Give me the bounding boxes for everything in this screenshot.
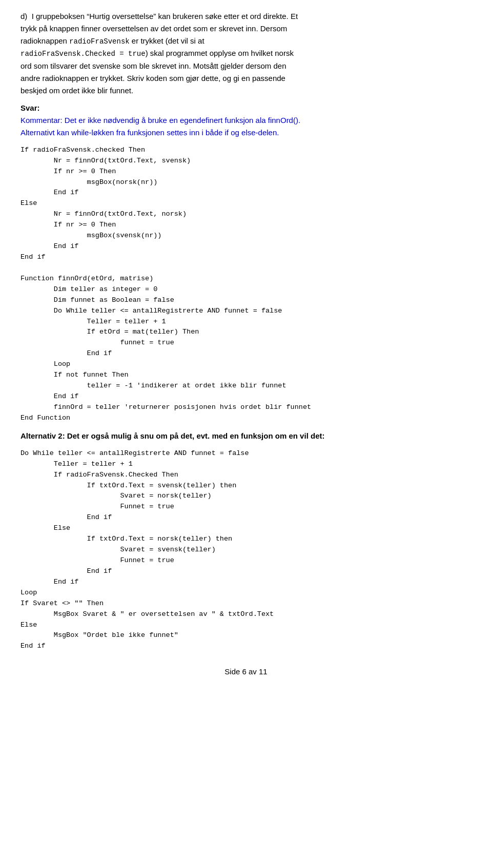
alt2-bold: Alternativ 2: (20, 431, 65, 440)
paragraph-d-text-6: andre radioknappen er trykket. Skriv kod… (20, 74, 285, 82)
alt2-heading: Alternativ 2: Det er også mulig å snu om… (20, 430, 471, 442)
page-number: Side 6 av 11 (224, 667, 267, 676)
code-block-1: If radioFraSvensk.checked Then Nr = finn… (20, 145, 471, 424)
alt-while-line: Alternativt kan while-løkken fra funksjo… (20, 128, 279, 137)
paragraph-d-text-4: ) skal programmet opplyse om hvilket nor… (146, 49, 294, 57)
paragraph-d-text-3b: er trykket (det vil si at (130, 36, 204, 45)
paragraph-d-code-1: radioFraSvensk (69, 37, 130, 46)
alt2-rest: Det er også mulig å snu om på det, evt. … (65, 431, 325, 440)
paragraph-d-text-1: d) I gruppeboksen “Hurtig oversettelse” … (20, 12, 298, 20)
page-footer: Side 6 av 11 (20, 667, 471, 676)
main-content: d) I gruppeboksen “Hurtig oversettelse” … (20, 10, 471, 652)
paragraph-d-code-2: radioFraSvensk.Checked = true (20, 50, 146, 58)
paragraph-d-text-7: beskjed om ordet ikke blir funnet. (20, 86, 133, 95)
paragraph-d-text-5: ord som tilsvarer det svenske som ble sk… (20, 61, 286, 70)
comment-line: Kommentar: Det er ikke nødvendig å bruke… (20, 116, 300, 125)
paragraph-d-text-2: trykk på knappen finner oversettelsen av… (20, 24, 287, 33)
svar-section: Svar: Kommentar: Det er ikke nødvendig å… (20, 102, 471, 139)
paragraph-d: d) I gruppeboksen “Hurtig oversettelse” … (20, 10, 471, 97)
paragraph-d-text-3a: radioknappen (20, 36, 69, 45)
svar-label: Svar: (20, 104, 40, 112)
code-block-2: Do While teller <= antallRegistrerte AND… (20, 448, 471, 652)
